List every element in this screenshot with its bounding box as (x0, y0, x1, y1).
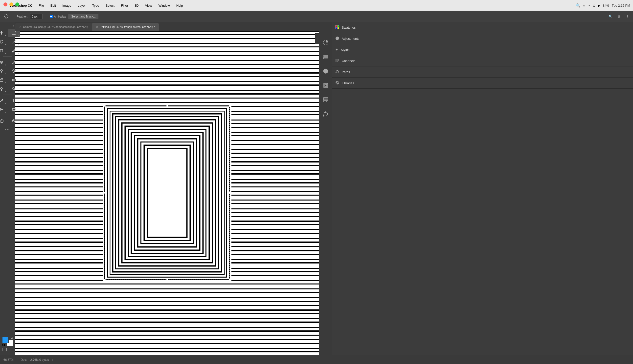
panel-layers-icon[interactable] (321, 52, 331, 62)
tab-close-icon-2[interactable]: ✕ (96, 26, 98, 29)
shape-tool[interactable]: ▸ (8, 105, 20, 114)
brush-tool[interactable]: ▸ (8, 58, 20, 66)
swatches-panel-header[interactable]: Swatches (332, 22, 633, 33)
magic-wand-tool[interactable]: ▸ (8, 38, 20, 46)
search-button[interactable]: 🔍 (607, 13, 614, 20)
channels-panel-header[interactable]: Channels (332, 55, 633, 66)
panel-styles-icon[interactable] (321, 80, 331, 90)
wifi-icon[interactable]: ⊙ (593, 4, 595, 8)
svg-rect-78 (323, 58, 328, 59)
menu-edit[interactable]: Edit (50, 3, 57, 8)
menu-3d[interactable]: 3D (133, 3, 140, 8)
menu-window[interactable]: Window (157, 3, 171, 8)
styles-panel-icon: ✦ (335, 48, 338, 52)
adjustments-panel-section: Adjustments (332, 33, 633, 44)
paths-panel-header[interactable]: Paths (332, 66, 633, 77)
libraries-panel-header[interactable]: Libraries (332, 78, 633, 88)
zoom-tool[interactable] (8, 117, 20, 125)
status-arrow[interactable]: › (52, 358, 53, 362)
tab-close-icon-1[interactable]: ✕ (19, 26, 22, 29)
menu-filter[interactable]: Filter (120, 3, 129, 8)
tab-untitled[interactable]: ✕ Untitled-1 @ 66.7% (rough sketch, CMYK… (92, 23, 159, 30)
styles-panel-header[interactable]: ✦ Styles (332, 44, 633, 55)
toolbar-collapse-btn[interactable]: ◂ (13, 24, 14, 28)
panel-collapse-button[interactable]: ‹ (315, 33, 319, 44)
move-tool[interactable]: ▸ (0, 29, 8, 37)
fullscreen-window-btn[interactable] (15, 2, 19, 6)
eyedropper-tool[interactable]: ▸ (8, 46, 20, 55)
gradient-tool[interactable]: ▸ (8, 76, 20, 84)
text-tool[interactable]: T ▸ (8, 96, 20, 105)
minimize-window-btn[interactable] (10, 2, 13, 6)
close-window-btn[interactable] (4, 2, 8, 6)
menu-image[interactable]: Image (61, 3, 72, 8)
anti-alias-label[interactable]: Anti-alias (50, 15, 66, 18)
crop-tool[interactable]: ▸ (0, 46, 8, 55)
toolbar-sep-3 (3, 115, 12, 115)
svg-rect-65 (149, 150, 185, 235)
anti-alias-checkbox[interactable] (50, 15, 53, 18)
clone-stamp-tool[interactable]: ▸ (0, 67, 8, 75)
svg-point-14 (2, 99, 3, 100)
color-swatch-area: ⇄ ⊡ □ (2, 337, 13, 353)
more-tools-btn[interactable]: ••• (2, 126, 14, 132)
svg-point-4 (12, 52, 13, 52)
tab-label-2: Untitled-1 @ 66.7% (rough sketch, CMYK/8… (100, 26, 155, 28)
healing-tool[interactable]: ▸ (0, 58, 8, 66)
history-brush-tool[interactable]: ▸ (8, 67, 20, 75)
svg-rect-81 (323, 99, 328, 100)
volume-icon[interactable]: ▶ (598, 4, 600, 8)
smudge-tool[interactable]: ▸ (8, 85, 20, 93)
swap-colors-icon[interactable]: ⇄ (11, 337, 13, 340)
status-bar: 66.67% Doc: 2.76M/0 bytes › (0, 355, 633, 364)
select-mask-button[interactable]: Select and Mask... (69, 14, 98, 19)
libraries-panel-section: Libraries (332, 78, 633, 89)
svg-point-71 (166, 105, 168, 107)
menu-file[interactable]: File (38, 3, 45, 8)
svg-rect-15 (12, 108, 15, 110)
toolbar-sep-1 (3, 56, 12, 56)
adjustments-panel-icon (335, 36, 339, 41)
styles-panel-label: Styles (341, 48, 349, 52)
channels-panel-label: Channels (342, 59, 355, 63)
svg-line-1 (12, 41, 14, 43)
siri-icon[interactable]: ○ (583, 4, 585, 8)
menu-select[interactable]: Select (105, 3, 115, 8)
svg-rect-0 (12, 31, 16, 34)
hand-tool[interactable] (0, 117, 8, 125)
panel-channels-icon[interactable] (321, 95, 331, 105)
panel-adjustments-icon[interactable] (321, 66, 331, 76)
path-selection-tool[interactable]: ▸ (0, 105, 8, 114)
options-sep-1 (13, 13, 13, 20)
menu-view[interactable]: View (144, 3, 153, 8)
pen-tool[interactable]: ▸ (0, 96, 8, 105)
svg-rect-91 (336, 59, 339, 60)
menu-type[interactable]: Type (91, 3, 100, 8)
feather-input[interactable] (30, 14, 43, 19)
panel-color-icon[interactable] (321, 38, 331, 48)
svg-point-13 (12, 88, 14, 90)
spotlight-icon[interactable]: 🔍 (576, 3, 581, 8)
tab-label-1: Commercial.psd @ 33.3% (tamagotchi logo,… (23, 26, 88, 28)
foreground-color-swatch[interactable] (2, 337, 9, 343)
tab-commercial[interactable]: ✕ Commercial.psd @ 33.3% (tamagotchi log… (15, 23, 92, 30)
standard-screen-mode[interactable] (2, 348, 7, 351)
toolbar-row-7: ▸ ▸ (0, 85, 20, 93)
svg-point-74 (229, 192, 230, 194)
dodge-tool[interactable]: ▸ (0, 85, 8, 93)
styles-panel-section: ✦ Styles (332, 44, 633, 55)
channels-panel-section: Channels (332, 55, 633, 66)
menu-layer[interactable]: Layer (77, 3, 87, 8)
svg-rect-89 (337, 28, 339, 29)
bluetooth-icon[interactable]: ⚰ (587, 4, 590, 8)
eraser-tool[interactable]: ▸ (0, 76, 8, 84)
reset-colors-icon[interactable]: ⊡ (2, 344, 5, 346)
adjustments-panel-header[interactable]: Adjustments (332, 33, 633, 44)
full-screen-mode[interactable]: □ (9, 348, 13, 351)
panel-paths-icon[interactable] (321, 109, 331, 119)
lasso-tool[interactable]: ▸ (0, 38, 8, 46)
menu-help[interactable]: Help (175, 3, 184, 8)
workspace-button[interactable]: ▩ (616, 13, 622, 20)
options-sep-2 (46, 13, 46, 20)
more-options-button[interactable]: ⋮ (624, 13, 630, 20)
